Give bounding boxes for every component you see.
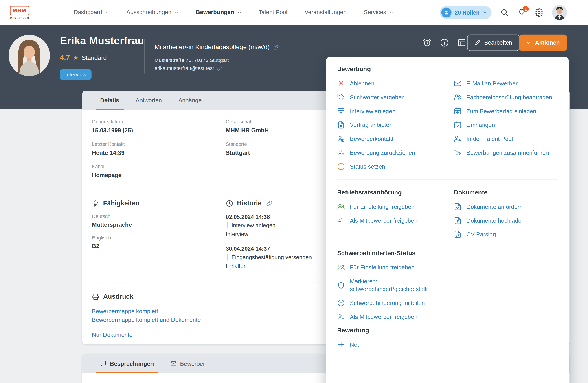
menu-item-markieren-schwerbehindert[interactable]: Markieren: schwerbehindert/gleichgestell… bbox=[337, 277, 557, 293]
menu-item-dokumente-anfordern[interactable]: Dokumente anfordern bbox=[454, 203, 558, 211]
mhm-logo-box: MHM bbox=[10, 6, 29, 15]
calendar-plus-icon bbox=[337, 107, 345, 115]
edit-button-label: Bearbeiten bbox=[484, 39, 512, 46]
nav-item-veranstaltungen[interactable]: Veranstaltungen bbox=[305, 9, 347, 16]
menu-item-label-line2: schwerbehindert/gleichgestellt bbox=[350, 285, 428, 293]
field-label: Kanal bbox=[92, 164, 226, 169]
menu-item-bewerbung-zurueckziehen[interactable]: Bewerbung zurückziehen bbox=[337, 149, 454, 156]
main-nav: Dashboard Ausschreibungen Bewerbungen Ta… bbox=[74, 9, 393, 16]
menu-item-dokumente-hochladen[interactable]: Dokumente hochladen bbox=[454, 217, 558, 225]
nav-item-talent-pool[interactable]: Talent Pool bbox=[258, 9, 287, 16]
menu-item-status-setzen[interactable]: Status setzen bbox=[337, 163, 454, 171]
nav-item-label: Ausschreibungen bbox=[126, 9, 171, 16]
menu-item-zum-bewerbertag-einladen[interactable]: Zum Bewerbertag einladen bbox=[454, 107, 558, 115]
search-icon[interactable] bbox=[500, 8, 509, 17]
actions-button[interactable]: Aktionen bbox=[519, 35, 567, 51]
tab-anhaenge[interactable]: Anhänge bbox=[170, 91, 210, 110]
menu-item-bewerberkontakt[interactable]: Bewerberkontakt bbox=[337, 135, 454, 143]
mhm-logo-subtext: MHM-HR.COM bbox=[10, 17, 29, 19]
nav-item-label: Bewerbungen bbox=[196, 9, 234, 16]
merge-icon bbox=[454, 149, 462, 156]
alert-circle-icon bbox=[337, 163, 345, 171]
settings-gear-icon[interactable] bbox=[535, 8, 543, 17]
menu-item-label: Stichwörter vergeben bbox=[350, 93, 405, 101]
nav-item-dashboard[interactable]: Dashboard bbox=[74, 9, 109, 16]
menu-item-label: Bewerberkontakt bbox=[350, 135, 393, 143]
link-icon[interactable] bbox=[273, 44, 279, 50]
menu-divider bbox=[337, 179, 557, 180]
menu-item-label: Als Mitbewerber freigeben bbox=[350, 313, 418, 321]
tab-details[interactable]: Details bbox=[92, 91, 127, 110]
menu-item-stichwoerter-vergeben[interactable]: Stichwörter vergeben bbox=[337, 93, 454, 101]
x-icon bbox=[337, 79, 345, 87]
menu-item-cv-parsing[interactable]: CV-Parsing bbox=[454, 230, 558, 238]
menu-item-label: In den Talent Pool bbox=[467, 135, 513, 143]
users-icon bbox=[454, 93, 462, 101]
user-avatar[interactable] bbox=[552, 5, 567, 20]
menu-section-title: Bewertung bbox=[337, 327, 557, 334]
menu-item-label: Markieren: schwerbehindert/gleichgestell… bbox=[350, 277, 428, 293]
plus-icon bbox=[337, 341, 345, 348]
menu-item-email-an-bewerber[interactable]: E-Mail an Bewerber bbox=[454, 79, 558, 87]
menu-item-umhaengen[interactable]: Umhängen bbox=[454, 121, 558, 129]
tab-besprechungen[interactable]: Besprechungen bbox=[92, 354, 162, 373]
menu-item-schwerbehinderung-einstellung-freigeben[interactable]: Für Einstellung freigeben bbox=[337, 264, 557, 271]
menu-item-ablehnen[interactable]: Ablehnen bbox=[337, 79, 454, 87]
menu-item-label: Status setzen bbox=[350, 163, 385, 171]
applicant-rating[interactable]: 4.7 ★ Standard bbox=[60, 54, 106, 62]
tab-antworten[interactable]: Antworten bbox=[127, 91, 170, 110]
file-edit-icon bbox=[454, 230, 462, 238]
nav-item-bewerbungen[interactable]: Bewerbungen bbox=[196, 9, 241, 16]
menu-item-fachbereichspruefung-beantragen[interactable]: Fachbereichsprüfung beantragen bbox=[454, 93, 558, 101]
info-icon[interactable] bbox=[440, 38, 449, 47]
notifications-bulb-icon[interactable]: 1 bbox=[518, 8, 526, 17]
menu-item-betriebsrat-als-mitbewerber-freigeben[interactable]: Als Mitbewerber freigeben bbox=[337, 217, 454, 225]
menu-item-bewertung-neu[interactable]: Neu bbox=[337, 341, 557, 348]
tab-label: Anhänge bbox=[178, 97, 202, 104]
reminder-alarm-icon[interactable] bbox=[423, 38, 432, 47]
print-link-nur-dokumente[interactable]: Nur Dokumente bbox=[92, 330, 132, 339]
nav-item-services[interactable]: Services bbox=[364, 9, 393, 16]
menu-item-betriebsrat-einstellung-freigeben[interactable]: Für Einstellung freigeben bbox=[337, 203, 454, 211]
menu-item-vertrag-anbieten[interactable]: Vertrag anbieten bbox=[337, 121, 454, 129]
menu-item-in-den-talent-pool[interactable]: In den Talent Pool bbox=[454, 135, 558, 143]
file-check-icon bbox=[454, 203, 462, 211]
edit-button[interactable]: Bearbeiten bbox=[467, 35, 519, 51]
applicant-name: Erika Musterfrau bbox=[60, 35, 144, 47]
plus-circle-icon bbox=[337, 299, 345, 307]
menu-item-label: Dokumente anfordern bbox=[467, 203, 523, 211]
menu-section-title: Betriebsratsanhörung bbox=[337, 189, 454, 196]
mhm-logo[interactable]: MHM MHM-HR.COM bbox=[10, 6, 29, 19]
link-icon[interactable] bbox=[266, 200, 273, 207]
menu-item-label: Für Einstellung freigeben bbox=[350, 264, 415, 271]
nav-item-label: Services bbox=[364, 9, 386, 16]
menu-item-schwerbehinderung-mitteilen[interactable]: Schwerbehinderung mitteilen bbox=[337, 299, 557, 307]
actions-button-label: Aktionen bbox=[535, 39, 560, 46]
link-icon[interactable] bbox=[217, 66, 222, 71]
menu-item-label: Vertrag anbieten bbox=[350, 121, 393, 129]
menu-item-label: Interview anlegen bbox=[350, 107, 396, 115]
applicant-email[interactable]: erika.musterfrau@test.test bbox=[154, 65, 214, 71]
menu-section-title: Schwerbehinderten-Status bbox=[337, 249, 557, 257]
roles-badge-label: 20 Rollen bbox=[455, 9, 480, 16]
chevron-down-icon bbox=[174, 10, 178, 14]
menu-item-bewerbungen-zusammenfuehren[interactable]: Bewerbungen zusammenführen bbox=[454, 149, 558, 156]
menu-item-interview-anlegen[interactable]: Interview anlegen bbox=[337, 107, 454, 115]
menu-item-label: Für Einstellung freigeben bbox=[350, 203, 415, 211]
menu-item-label: Neu bbox=[350, 341, 361, 348]
print-link-bewerbermappe[interactable]: Bewerbermappe komplett bbox=[92, 307, 158, 315]
status-badge[interactable]: Interview bbox=[60, 69, 91, 80]
table-view-icon[interactable] bbox=[457, 38, 466, 47]
skills-title: Fähigkeiten bbox=[103, 199, 140, 207]
rating-label: Standard bbox=[82, 54, 107, 61]
nav-item-ausschreibungen[interactable]: Ausschreibungen bbox=[126, 9, 179, 16]
applicant-avatar[interactable] bbox=[9, 35, 50, 76]
field-kanal: Kanal Homepage bbox=[92, 164, 226, 179]
menu-item-schwerbehinderung-als-mitbewerber-freigeben[interactable]: Als Mitbewerber freigeben bbox=[337, 313, 557, 321]
menu-item-label: Bewerbungen zusammenführen bbox=[467, 149, 549, 156]
roles-badge[interactable]: 20 Rollen bbox=[440, 6, 492, 19]
field-geburtsdatum: Geburtsdatum 15.03.1999 (25) bbox=[92, 119, 226, 134]
print-link-bewerbermappe-dokumente[interactable]: Bewerbermappe komplett und Dokumente bbox=[92, 315, 201, 324]
tab-label: Besprechungen bbox=[110, 360, 154, 367]
tab-bewerber[interactable]: Bewerber bbox=[162, 354, 213, 373]
